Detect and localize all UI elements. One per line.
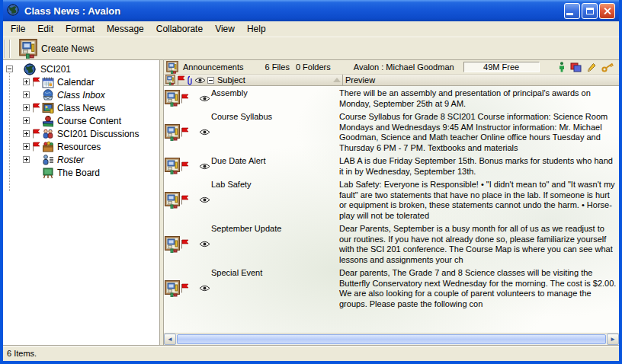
item-type-column-icon[interactable] (165, 75, 175, 85)
read-status-column-icon[interactable] (194, 77, 206, 84)
minimize-button[interactable] (564, 3, 580, 19)
column-divider[interactable] (342, 75, 343, 86)
tree-item[interactable]: Class Inbox (5, 88, 159, 101)
news-item-icon (164, 124, 181, 141)
message-row[interactable]: Due Date Alert LAB A is due Friday Septe… (164, 154, 619, 177)
attachment-column-icon[interactable] (187, 75, 193, 85)
discussions-icon (42, 128, 55, 140)
create-news-button[interactable]: Create News (14, 37, 99, 61)
subject-column-header[interactable]: Subject (217, 75, 333, 85)
app-window: Class News : Avalon File Edit Format Mes… (0, 0, 622, 364)
tree-item-label: SCI201 Discussions (57, 129, 139, 139)
menu-bar: File Edit Format Message Collaborate Vie… (3, 21, 619, 37)
column-header: Subject Preview (164, 75, 619, 86)
expand-icon[interactable] (23, 143, 30, 150)
expand-icon[interactable] (23, 156, 30, 163)
collapse-icon[interactable] (6, 65, 13, 72)
tree-item[interactable]: Class News (5, 101, 159, 114)
sort-indicator-icon[interactable] (333, 78, 341, 82)
message-subject: Special Event (211, 267, 336, 277)
flag-icon (32, 129, 42, 139)
expand-icon[interactable] (23, 117, 30, 124)
scroll-left-icon[interactable]: ◄ (164, 334, 176, 345)
message-row[interactable]: Assembly There will be an assembly and p… (164, 86, 619, 110)
main-area: SCI201 Calendar Class Inbox Class News C… (3, 60, 619, 345)
message-row[interactable]: Special Event Dear parents, The Grade 7 … (164, 266, 619, 310)
scrollbar-thumb[interactable] (177, 334, 606, 344)
layers-icon[interactable] (570, 62, 582, 72)
horizontal-scrollbar[interactable]: ◄ ► (164, 333, 619, 345)
message-preview: There will be an assembly and presentati… (336, 87, 619, 110)
menu-file[interactable]: File (5, 22, 31, 36)
minimize-icon (566, 13, 573, 15)
announcements-icon (166, 61, 178, 73)
menu-view[interactable]: View (209, 22, 241, 36)
tree-item[interactable]: Course Content (5, 114, 159, 127)
free-space-indicator: 49M Free (463, 62, 540, 72)
tree-item-label: Calendar (57, 77, 95, 88)
files-count: 6 Files (265, 62, 290, 72)
panel-title: Announcements (183, 62, 244, 72)
menu-help[interactable]: Help (241, 22, 272, 36)
menu-message[interactable]: Message (101, 22, 150, 36)
tree-item[interactable]: The Board (5, 166, 159, 179)
message-row[interactable]: September Update Dear Parents, September… (164, 222, 619, 266)
expand-icon[interactable] (23, 91, 30, 98)
flag-icon (181, 94, 191, 104)
tree-item[interactable]: Calendar (5, 75, 159, 88)
expand-icon[interactable] (23, 78, 30, 85)
status-bar: 6 Items. (3, 345, 619, 361)
title-bar[interactable]: Class News : Avalon (3, 0, 619, 21)
expand-icon[interactable] (23, 104, 30, 111)
flag-icon (181, 195, 191, 205)
news-item-icon (164, 192, 181, 209)
message-subject: Assembly (211, 87, 336, 97)
tree-item[interactable]: Resources (5, 140, 159, 153)
message-row[interactable]: Course Syllabus Course Syllabus for Grad… (164, 110, 619, 154)
tree-item-root[interactable]: SCI201 (5, 62, 159, 75)
close-button[interactable] (599, 3, 615, 19)
flag-icon (181, 239, 191, 249)
toolbar-gripper[interactable] (5, 40, 11, 58)
news-item-icon (164, 280, 181, 297)
scroll-right-icon[interactable]: ► (607, 334, 619, 345)
flag-icon (181, 283, 191, 293)
expand-icon[interactable] (23, 130, 30, 137)
maximize-button[interactable] (582, 3, 598, 19)
account-label: Avalon : Michael Goodman (354, 62, 454, 72)
message-preview: Dear parents, The Grade 7 and 8 Science … (336, 267, 619, 310)
eye-icon (197, 241, 211, 247)
menu-collaborate[interactable]: Collaborate (150, 22, 209, 36)
globe-icon (24, 63, 37, 75)
message-list: Assembly There will be an assembly and p… (164, 86, 619, 333)
message-preview: Dear Parents, September is a busy month … (336, 222, 619, 266)
inbox-icon (42, 89, 55, 101)
message-subject: Lab Safety (211, 178, 336, 189)
message-preview: Course Syllabus for Grade 8 SCI201 Cours… (336, 110, 619, 154)
tree-item[interactable]: SCI201 Discussions (5, 127, 159, 140)
tree-item-label: Course Content (57, 116, 121, 126)
app-globe-icon (7, 4, 21, 18)
tree-item[interactable]: Roster (5, 153, 159, 166)
member-icon[interactable] (559, 62, 565, 72)
panel-toolbar (559, 62, 616, 72)
create-news-icon (19, 39, 37, 59)
classnews-icon (42, 102, 55, 114)
message-panel: Announcements 6 Files 0 Folders Avalon :… (164, 60, 619, 345)
message-row[interactable]: Lab Safety Lab Safety: Everyone is Respo… (164, 177, 619, 222)
resources-icon (42, 141, 55, 153)
news-item-icon (164, 158, 181, 174)
pencil-icon[interactable] (587, 62, 596, 72)
eye-icon (197, 129, 211, 136)
tree-item-label: Class News (57, 103, 105, 113)
flag-column-icon[interactable] (177, 75, 185, 85)
news-item-icon (164, 90, 181, 107)
tree-item-label: The Board (57, 168, 100, 178)
message-subject: September Update (211, 222, 336, 233)
menu-format[interactable]: Format (59, 22, 101, 36)
menu-edit[interactable]: Edit (31, 22, 59, 36)
roster-icon (42, 154, 55, 166)
collapse-all-icon[interactable] (207, 77, 214, 84)
preview-column-header[interactable]: Preview (345, 75, 375, 85)
key-icon[interactable] (601, 62, 614, 72)
